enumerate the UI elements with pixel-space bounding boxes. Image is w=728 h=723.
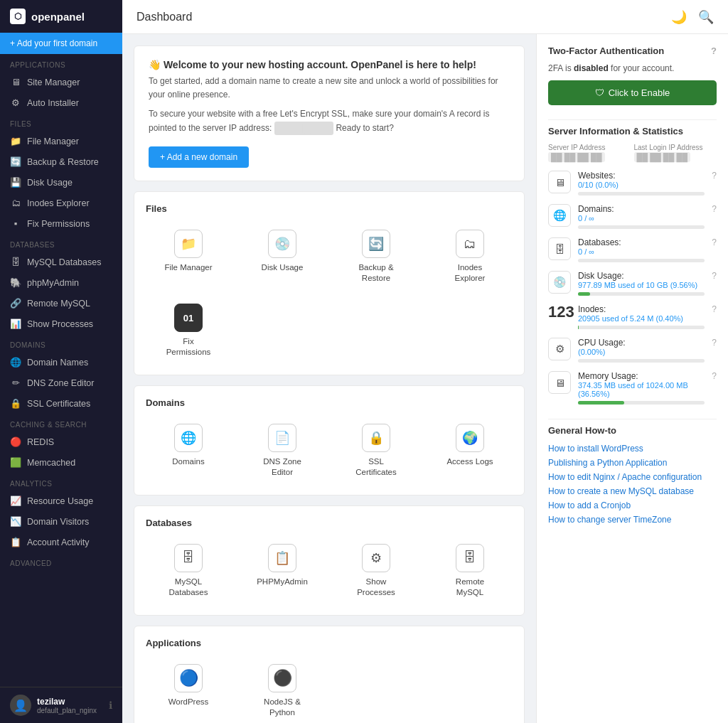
inodes-bar-fill xyxy=(578,326,579,329)
sidebar-item-redis[interactable]: 🔴 REDIS xyxy=(0,432,122,452)
ssl-cert-icon: 🔒 xyxy=(362,424,390,452)
page-title: Dashboard xyxy=(136,11,192,23)
add-new-domain-button[interactable]: + Add a new domain xyxy=(149,146,249,168)
topbar-icons: 🌙 🔍 xyxy=(671,9,714,25)
grid-item-remote-mysql[interactable]: 🗄 RemoteMySQL xyxy=(427,538,513,604)
main-panel: Dashboard 🌙 🔍 👋 Welcome to your new host… xyxy=(122,0,728,723)
inodes-icon: 🗂 xyxy=(10,198,21,208)
sidebar-item-file-manager[interactable]: 📁 File Manager xyxy=(0,131,122,151)
grid-item-fix-permissions[interactable]: 01 FixPermissions xyxy=(146,298,231,363)
grid-item-mysql[interactable]: 🗄 MySQLDatabases xyxy=(146,538,231,604)
mysql-icon: 🗄 xyxy=(10,257,21,267)
avatar: 👤 xyxy=(10,695,31,716)
sidebar-item-inodes-explorer[interactable]: 🗂 Inodes Explorer xyxy=(0,193,122,213)
howto-link-1[interactable]: How to install WordPress xyxy=(548,441,717,456)
sidebar-label: Inodes Explorer xyxy=(27,198,90,208)
stat-inodes: 123 Inodes: 20905 used of 5.24 M (0.40%)… xyxy=(548,304,717,329)
sidebar-item-backup-restore[interactable]: 🔄 Backup & Restore xyxy=(0,151,122,172)
sidebar-item-fix-permissions[interactable]: ▪ Fix Permissions xyxy=(0,213,122,234)
grid-item-disk-usage[interactable]: 💿 Disk Usage xyxy=(240,224,325,289)
sidebar-label: REDIS xyxy=(27,437,54,447)
howto-link-5[interactable]: How to add a Cronjob xyxy=(548,498,717,513)
grid-item-dns-zone-editor[interactable]: 📄 DNS ZoneEditor xyxy=(240,418,325,483)
enable-2fa-button[interactable]: 🛡 Click to Enable xyxy=(548,80,717,105)
howto-link-2[interactable]: Publishing a Python Application xyxy=(548,456,717,470)
sidebar-item-resource-usage[interactable]: 📈 Resource Usage xyxy=(0,491,122,511)
stat-databases: 🗄 Databases: 0 / ∞ ? xyxy=(548,237,717,262)
grid-item-domains[interactable]: 🌐 Domains xyxy=(146,418,231,483)
content-area: 👋 Welcome to your new hosting account. O… xyxy=(122,34,728,723)
sidebar-item-auto-installer[interactable]: ⚙ Auto Installer xyxy=(0,92,122,113)
sidebar-item-memcached[interactable]: 🟩 Memcached xyxy=(0,452,122,473)
grid-item-phpmyadmin[interactable]: 📋 PHPMyAdmin xyxy=(240,538,325,604)
memcached-icon: 🟩 xyxy=(10,457,21,468)
sidebar-item-ssl-certificates[interactable]: 🔒 SSL Certificates xyxy=(0,393,122,414)
grid-item-inodes-explorer[interactable]: 🗂 InodesExplorer xyxy=(427,224,513,289)
nodejs-icon: ⚫ xyxy=(268,664,296,692)
sidebar-label: Memcached xyxy=(27,458,75,468)
grid-item-nodejs-python[interactable]: ⚫ NodeJS &Python xyxy=(240,658,325,723)
howto-link-3[interactable]: How to edit Nginx / Apache configuration xyxy=(548,470,717,484)
sidebar-item-site-manager[interactable]: 🖥 Site Manager xyxy=(0,72,122,92)
sidebar-item-dns-zone-editor[interactable]: ✏ DNS Zone Editor xyxy=(0,373,122,393)
stat-websites: 🖥 Websites: 0/10 (0.0%) ? xyxy=(548,171,717,196)
disk-bar-bg xyxy=(578,292,705,296)
sidebar-footer: 👤 tezilaw default_plan_nginx ℹ xyxy=(0,687,122,723)
server-info-title: Server Information & Statistics xyxy=(548,126,717,136)
disk-stat-icon: 💿 xyxy=(548,271,571,294)
sidebar: ⬡ openpanel + Add your first domain Appl… xyxy=(0,0,122,723)
dark-mode-icon[interactable]: 🌙 xyxy=(671,9,687,25)
grid-item-ssl-certificates[interactable]: 🔒 SSLCertificates xyxy=(333,418,419,483)
sidebar-item-mysql[interactable]: 🗄 MySQL Databases xyxy=(0,252,122,272)
inodes-help-icon[interactable]: ? xyxy=(712,304,717,314)
howto-link-4[interactable]: How to create a new MySQL database xyxy=(548,484,717,498)
domains-label: Domains xyxy=(172,456,204,467)
grid-item-file-manager[interactable]: 📁 File Manager xyxy=(146,224,231,289)
sidebar-item-domain-visitors[interactable]: 📉 Domain Visitors xyxy=(0,511,122,532)
databases-bar-bg xyxy=(578,259,705,262)
section-files: Files xyxy=(0,113,122,131)
sidebar-logo: ⬡ openpanel xyxy=(0,0,122,33)
sidebar-item-phpmyadmin[interactable]: 🐘 phpMyAdmin xyxy=(0,272,122,293)
file-manager-icon: 📁 xyxy=(10,136,21,146)
disk-body: Disk Usage: 977.89 MB used of 10 GB (9.5… xyxy=(578,271,705,296)
disk-icon: 💾 xyxy=(10,177,21,188)
disk-help-icon[interactable]: ? xyxy=(712,271,717,281)
websites-help-icon[interactable]: ? xyxy=(712,171,717,181)
fix-permissions-icon: 01 xyxy=(174,304,203,332)
sidebar-item-domain-names[interactable]: 🌐 Domain Names xyxy=(0,352,122,373)
grid-item-wordpress[interactable]: 🔵 WordPress xyxy=(146,658,231,723)
grid-item-show-processes[interactable]: ⚙ ShowProcesses xyxy=(333,538,419,604)
sidebar-item-disk-usage[interactable]: 💾 Disk Usage xyxy=(0,172,122,193)
auto-installer-icon: ⚙ xyxy=(10,97,21,108)
divider xyxy=(548,119,717,120)
app-name: openpanel xyxy=(31,11,85,23)
server-info-grid: Server IP Address ██ ██ ██ ██ Last Login… xyxy=(548,144,717,162)
memory-help-icon[interactable]: ? xyxy=(712,371,717,381)
tfa-help-icon[interactable]: ? xyxy=(711,45,717,56)
search-icon[interactable]: 🔍 xyxy=(698,9,714,25)
grid-item-access-logs[interactable]: 🌍 Access Logs xyxy=(427,418,513,483)
mysql-label: MySQLDatabases xyxy=(169,577,208,598)
cpu-help-icon[interactable]: ? xyxy=(712,338,717,348)
section-domains: Domains xyxy=(0,334,122,352)
right-panel: Two-Factor Authentication ? 2FA is disab… xyxy=(536,34,728,723)
section-analytics: Analytics xyxy=(0,473,122,491)
account-activity-icon: 📋 xyxy=(10,537,21,547)
howto-link-6[interactable]: How to change server TimeZone xyxy=(548,513,717,527)
mysql-db-icon: 🗄 xyxy=(174,544,203,572)
backup-restore-icon: 🔄 xyxy=(362,230,390,258)
tfa-section: Two-Factor Authentication ? 2FA is disab… xyxy=(548,45,717,105)
divider2 xyxy=(548,419,717,419)
add-domain-button[interactable]: + Add your first domain xyxy=(0,33,122,54)
websites-icon: 🖥 xyxy=(548,171,571,193)
grid-item-backup-restore[interactable]: 🔄 Backup &Restore xyxy=(333,224,419,289)
memory-bar-fill xyxy=(578,401,624,405)
sidebar-item-account-activity[interactable]: 📋 Account Activity xyxy=(0,532,122,552)
disk-usage-icon: 💿 xyxy=(268,230,296,258)
sidebar-item-show-processes[interactable]: 📊 Show Processes xyxy=(0,314,122,334)
info-icon[interactable]: ℹ xyxy=(109,700,112,711)
domains-help-icon[interactable]: ? xyxy=(712,204,717,214)
sidebar-item-remote-mysql[interactable]: 🔗 Remote MySQL xyxy=(0,293,122,314)
databases-help-icon[interactable]: ? xyxy=(712,237,717,247)
